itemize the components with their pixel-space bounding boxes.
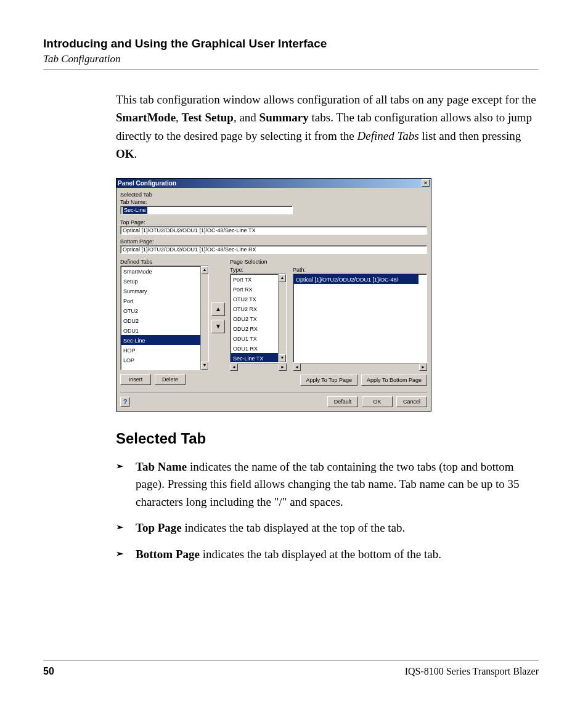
apply-bottom-page-button[interactable]: Apply To Bottom Page <box>361 375 427 386</box>
list-item[interactable]: Port <box>121 296 200 306</box>
page-number: 50 <box>43 666 54 677</box>
intro-paragraph: This tab configuration window allows con… <box>116 91 539 163</box>
delete-button[interactable]: Delete <box>155 374 186 385</box>
list-item[interactable]: Port RX <box>231 284 278 294</box>
list-item[interactable]: Sec-Line TX <box>231 353 278 363</box>
defined-tabs-label: Defined Tabs <box>120 259 225 265</box>
window-titlebar[interactable]: Panel Configuration × <box>116 179 431 188</box>
window-title: Panel Configuration <box>118 180 176 187</box>
scroll-up-icon[interactable]: ▲ <box>279 274 286 282</box>
list-item[interactable]: Sec-Line <box>121 335 200 345</box>
list-item[interactable]: Summary <box>121 286 200 296</box>
scrollbar[interactable]: ▲ ▼ <box>200 266 208 370</box>
list-item[interactable]: ODU2 TX <box>231 314 278 323</box>
list-item[interactable]: OTU2 RX <box>231 304 278 314</box>
apply-top-page-button[interactable]: Apply To Top Page <box>300 375 357 386</box>
bullet-arrow-icon <box>116 519 136 537</box>
cancel-button[interactable]: Cancel <box>396 396 427 407</box>
move-down-button[interactable]: ▼ <box>211 320 225 333</box>
top-page-field[interactable]: Optical [1]/OTU2/ODU2/ODU1 [1]/OC-48/Sec… <box>120 226 427 235</box>
list-item[interactable]: HOP <box>121 345 200 355</box>
tab-name-label: Tab Name: <box>120 199 427 205</box>
selected-tab-heading: Selected Tab <box>116 430 539 447</box>
list-item[interactable]: ODU2 RX <box>231 323 278 333</box>
scrollbar[interactable]: ▲ ▼ <box>278 274 286 362</box>
list-item[interactable]: OTU2 <box>121 306 200 315</box>
scroll-left-icon[interactable]: ◄ <box>230 363 238 371</box>
bullet-item: Tab Name indicates the name of the tab c… <box>116 458 539 511</box>
scroll-right-icon[interactable]: ► <box>419 363 427 371</box>
type-label: Type: <box>230 267 287 273</box>
product-name: IQS-8100 Series Transport Blazer <box>405 666 539 677</box>
scroll-right-icon[interactable]: ► <box>279 363 287 371</box>
close-icon[interactable]: × <box>422 179 430 187</box>
list-item[interactable]: ODU1 TX <box>231 333 278 343</box>
path-listbox[interactable]: Optical [1]/OTU2/ODU2/ODU1 [1]/OC-48/ <box>293 274 427 363</box>
scroll-up-icon[interactable]: ▲ <box>201 266 208 274</box>
list-item[interactable]: Optical [1]/OTU2/ODU2/ODU1 [1]/OC-48/ <box>293 274 419 284</box>
scroll-down-icon[interactable]: ▼ <box>201 362 208 370</box>
list-item[interactable]: OTU2 TX <box>231 294 278 304</box>
type-listbox[interactable]: Port TX Port RX OTU2 TX OTU2 RX ODU2 TX … <box>230 274 287 363</box>
insert-button[interactable]: Insert <box>120 374 151 385</box>
list-item[interactable]: Port TX <box>231 274 278 284</box>
list-item[interactable]: ODU1 RX <box>231 343 278 353</box>
list-item[interactable]: LOP <box>121 355 200 365</box>
top-page-label: Top Page: <box>120 219 427 225</box>
path-label: Path: <box>293 267 427 273</box>
list-item[interactable]: Setup <box>121 276 200 286</box>
section-subtitle: Tab Configuration <box>43 53 539 65</box>
bullet-item: Top Page indicates the tab displayed at … <box>116 519 539 537</box>
scroll-left-icon[interactable]: ◄ <box>293 363 301 371</box>
help-icon[interactable]: ? <box>120 397 130 407</box>
header-divider <box>43 69 539 70</box>
bottom-page-label: Bottom Page: <box>120 238 427 245</box>
page-selection-label: Page Selection <box>230 259 427 265</box>
list-item[interactable]: ODU1 <box>121 325 200 335</box>
chapter-title: Introducing and Using the Graphical User… <box>43 37 539 51</box>
panel-configuration-window: Panel Configuration × Selected Tab Tab N… <box>116 178 431 412</box>
list-item[interactable]: ODU2 <box>121 315 200 325</box>
tab-name-input[interactable]: Sec-Line <box>120 206 293 214</box>
hscrollbar[interactable]: ◄ ► <box>230 363 287 371</box>
bottom-page-field[interactable]: Optical [1]/OTU2/ODU2/ODU1 [1]/OC-48/Sec… <box>120 245 427 254</box>
defined-tabs-listbox[interactable]: SmartMode Setup Summary Port OTU2 ODU2 O… <box>120 266 209 370</box>
bullet-item: Bottom Page indicates the tab displayed … <box>116 546 539 564</box>
bullet-arrow-icon <box>116 458 136 511</box>
hscrollbar[interactable]: ◄ ► <box>293 363 427 371</box>
list-item[interactable]: SmartMode <box>121 266 200 276</box>
default-button[interactable]: Default <box>327 396 358 407</box>
bullet-arrow-icon <box>116 546 136 564</box>
move-up-button[interactable]: ▲ <box>211 302 225 316</box>
scroll-down-icon[interactable]: ▼ <box>279 354 286 362</box>
ok-button[interactable]: OK <box>362 396 393 407</box>
selected-tab-group-label: Selected Tab <box>120 192 427 198</box>
